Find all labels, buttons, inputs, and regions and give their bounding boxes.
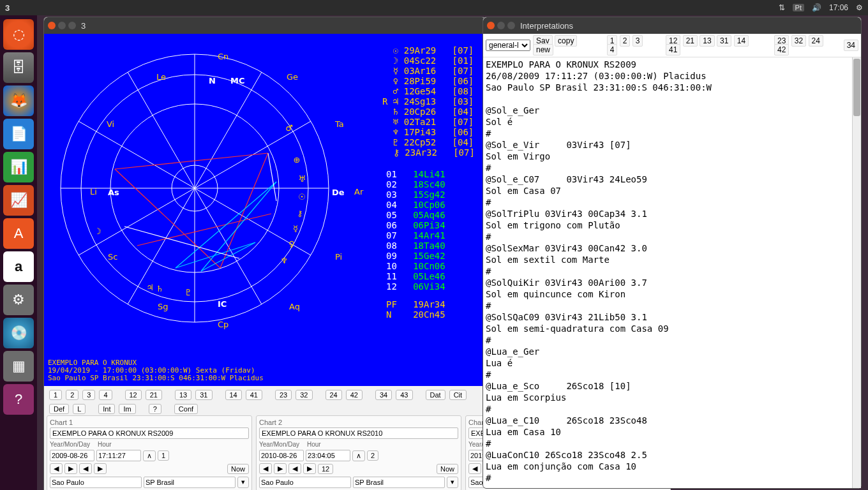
chart2-left2[interactable]: ◀ xyxy=(288,463,301,474)
interp-btn-new[interactable]: new xyxy=(533,44,553,56)
toolbar-btn-34[interactable]: 34 xyxy=(375,390,392,400)
toolbar-btn-32[interactable]: 32 xyxy=(296,390,312,400)
svg-text:☿: ☿ xyxy=(293,224,298,234)
toolbar-btn-?[interactable]: ? xyxy=(149,404,161,414)
interp-toolbar: general-l Sav copy new 1 2 3 4 12 21 13 … xyxy=(483,34,861,57)
chart1-region-dd[interactable]: ▾ xyxy=(237,477,249,488)
gear-icon[interactable]: ⚙ xyxy=(856,3,863,12)
svg-line-11 xyxy=(115,169,220,268)
toolbar-btn-dat[interactable]: Dat xyxy=(426,390,445,400)
toolbar-btn-conf[interactable]: Conf xyxy=(174,404,198,414)
interp-num-2[interactable]: 2 xyxy=(620,35,631,47)
interp-num-41[interactable]: 41 xyxy=(666,44,680,56)
interp-num-14[interactable]: 14 xyxy=(734,35,749,47)
chart2-caret-button[interactable]: ∧ xyxy=(352,450,365,461)
help-app[interactable]: ? xyxy=(3,384,34,415)
chart2-right2[interactable]: ▶ xyxy=(303,463,316,474)
toolbar-btn-14[interactable]: 14 xyxy=(225,390,242,400)
chart2-time[interactable] xyxy=(306,450,350,461)
chart1-caret-button[interactable]: ∧ xyxy=(143,450,156,461)
writer-app[interactable]: 📄 xyxy=(3,119,34,149)
interp-num-42[interactable]: 42 xyxy=(774,44,789,56)
maximize-icon[interactable] xyxy=(507,22,515,29)
files-app[interactable]: 🗄 xyxy=(3,52,34,83)
toolbar-btn-41[interactable]: 41 xyxy=(246,390,262,400)
chart2-num-button[interactable]: 12 xyxy=(318,464,333,474)
interp-dropdown[interactable]: general-l xyxy=(486,40,530,51)
interp-num-31[interactable]: 31 xyxy=(717,35,731,47)
chart1-time[interactable] xyxy=(96,450,141,461)
chart2-now-button[interactable]: Now xyxy=(437,464,458,474)
chart2-one-button[interactable]: 2 xyxy=(367,450,378,461)
clock[interactable]: 17:06 xyxy=(829,3,848,12)
toolbar-btn-1[interactable]: 1 xyxy=(49,390,62,400)
toolbar-btn-cit[interactable]: Cit xyxy=(449,390,467,400)
chart3-left[interactable]: ◀ xyxy=(468,463,481,474)
maximize-icon[interactable] xyxy=(68,22,76,29)
close-icon[interactable] xyxy=(48,22,56,29)
chart2-right[interactable]: ▶ xyxy=(274,463,287,474)
extra-points: PF 19Ar34 N 20Cn45 xyxy=(386,299,445,320)
minimize-icon[interactable] xyxy=(497,22,505,29)
volume-icon[interactable]: 🔊 xyxy=(812,3,821,12)
chart1-left2[interactable]: ◀ xyxy=(79,463,92,474)
misc-app[interactable]: ▦ xyxy=(3,351,34,382)
close-icon[interactable] xyxy=(487,22,495,29)
chart2-title[interactable] xyxy=(259,427,458,439)
chart2-region-dd[interactable]: ▾ xyxy=(447,477,458,488)
dash-button[interactable]: ◌ xyxy=(3,19,34,50)
chart2-city[interactable] xyxy=(259,477,351,488)
window-title: Interpretations xyxy=(520,21,573,31)
interp-btn-copy[interactable]: copy xyxy=(555,35,577,47)
toolbar-btn-im[interactable]: Im xyxy=(119,404,135,414)
toolbar-btn-21[interactable]: 21 xyxy=(146,390,162,400)
interp-num-32[interactable]: 32 xyxy=(791,35,806,47)
chart1-right[interactable]: ▶ xyxy=(64,463,77,474)
amazon-app[interactable]: a xyxy=(3,251,34,282)
interp-num-13[interactable]: 13 xyxy=(700,35,714,47)
interp-text[interactable]: EXEMPLO PARA O KRONUX RS2009 26/08/2009 … xyxy=(483,57,852,488)
calc-app[interactable]: 📊 xyxy=(3,152,34,182)
chart1-city[interactable] xyxy=(50,477,142,488)
chart2-region[interactable] xyxy=(353,477,445,488)
interp-num-4[interactable]: 4 xyxy=(607,44,618,56)
minimize-icon[interactable] xyxy=(58,22,66,29)
toolbar-btn-2[interactable]: 2 xyxy=(66,390,79,400)
chart1-now-button[interactable]: Now xyxy=(227,464,249,474)
toolbar-btn-12[interactable]: 12 xyxy=(125,390,142,400)
chart2-date[interactable] xyxy=(259,450,304,461)
network-icon[interactable]: ⇅ xyxy=(779,3,785,12)
chart1-title[interactable] xyxy=(50,427,249,439)
interp-num-3[interactable]: 3 xyxy=(632,35,643,47)
toolbar-btn-13[interactable]: 13 xyxy=(175,390,191,400)
impress-app[interactable]: 📈 xyxy=(3,185,34,216)
disk-app[interactable]: 💿 xyxy=(3,318,34,348)
toolbar-btn-int[interactable]: Int xyxy=(98,404,115,414)
interp-num-21[interactable]: 21 xyxy=(683,35,698,47)
chart1-left[interactable]: ◀ xyxy=(50,463,63,474)
toolbar-btn-31[interactable]: 31 xyxy=(195,390,212,400)
toolbar-btn-43[interactable]: 43 xyxy=(396,390,412,400)
scrollbar[interactable] xyxy=(852,57,861,488)
toolbar-btn-23[interactable]: 23 xyxy=(275,390,292,400)
chart1-date[interactable] xyxy=(50,450,94,461)
firefox-app[interactable]: 🦊 xyxy=(3,85,34,116)
interp-num-24[interactable]: 24 xyxy=(809,35,823,47)
chart2-left[interactable]: ◀ xyxy=(259,463,272,474)
toolbar-btn-42[interactable]: 42 xyxy=(346,390,363,400)
toolbar-btn-4[interactable]: 4 xyxy=(99,390,112,400)
chart1-one-button[interactable]: 1 xyxy=(158,450,169,461)
chart-window-titlebar[interactable]: 3 xyxy=(44,17,486,34)
toolbar-btn-3[interactable]: 3 xyxy=(82,390,95,400)
interp-num-34[interactable]: 34 xyxy=(844,40,858,51)
toolbar-btn-def[interactable]: Def xyxy=(49,404,69,414)
toolbar-btn-24[interactable]: 24 xyxy=(326,390,342,400)
chart1-region[interactable] xyxy=(144,477,236,488)
settings-app[interactable]: ⚙ xyxy=(3,285,34,315)
toolbar-btn-l[interactable]: L xyxy=(73,404,86,414)
scrollbar-thumb[interactable] xyxy=(853,59,860,116)
interp-titlebar[interactable]: Interpretations xyxy=(483,17,861,34)
ime-indicator[interactable]: Pt xyxy=(793,4,804,11)
chart1-right2[interactable]: ▶ xyxy=(94,463,107,474)
software-app[interactable]: A xyxy=(3,218,34,249)
